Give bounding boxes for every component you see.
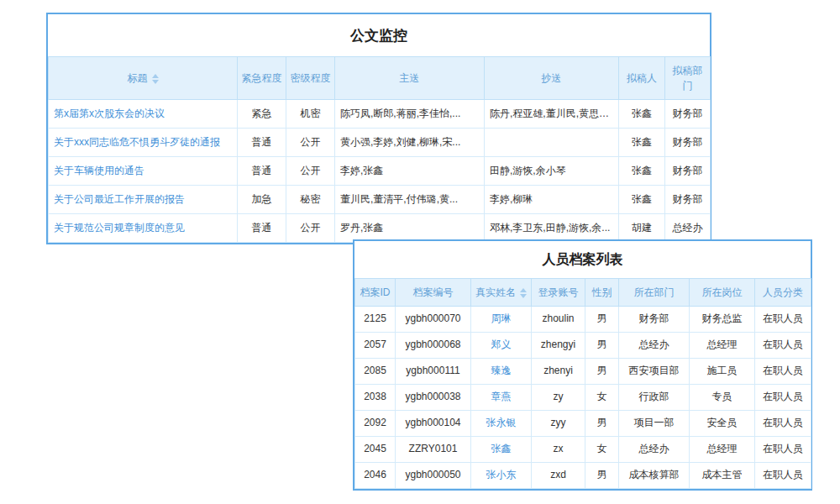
doc-draft-dept-cell: 财务部: [665, 100, 711, 129]
personnel-post-cell: 财务总监: [690, 307, 755, 333]
personnel-name-link[interactable]: 郑义: [471, 333, 532, 359]
doc-drafter-cell: 张鑫: [619, 157, 665, 186]
doc-cc-send-cell: 李婷,柳琳: [485, 186, 619, 214]
personnel-gender-cell: 男: [585, 463, 619, 489]
doc-secrecy-cell: 公开: [286, 214, 335, 243]
personnel-table-row: 2045 ZZRY0101 张鑫 zx 女 总经办 总经理 在职人员: [355, 437, 811, 463]
personnel-name-link[interactable]: 张鑫: [471, 437, 532, 463]
doc-secrecy-cell: 公开: [286, 157, 335, 186]
personnel-code-cell: ZZRY0101: [396, 437, 471, 463]
doc-table-row: 关于公司最近工作开展的报告 加急 秘密 董川民,董清平,付伟璐,黄... 李婷,…: [49, 186, 711, 214]
personnel-gender-cell: 男: [585, 359, 619, 385]
doc-drafter-cell: 张鑫: [619, 100, 665, 129]
doc-header-row: 标题 紧急程度 密级程度 主送 抄送 拟稿人 拟稿部门: [49, 57, 711, 100]
doc-draft-dept-cell: 总经办: [665, 214, 711, 243]
doc-column-header-urgency: 紧急程度: [238, 57, 286, 100]
doc-drafter-cell: 张鑫: [619, 186, 665, 214]
sort-desc-icon[interactable]: [152, 80, 159, 84]
personnel-table-row: 2038 ygbh000038 章燕 zy 女 行政部 专员 在职人员: [355, 385, 811, 411]
doc-urgency-cell: 普通: [238, 157, 286, 186]
doc-main-send-cell: 罗丹,张鑫: [335, 214, 485, 243]
personnel-name-link[interactable]: 章燕: [471, 385, 532, 411]
personnel-table-row: 2125 ygbh000070 周琳 zhoulin 男 财务部 财务总监 在职…: [355, 307, 811, 333]
sort-icon[interactable]: [520, 288, 527, 298]
personnel-post-cell: 安全员: [690, 411, 755, 437]
personnel-column-header-id: 档案ID: [355, 279, 396, 307]
personnel-archive-panel: 人员档案列表 档案ID 档案编号 真实姓名 登录账号 性别 所在部门 所在岗位 …: [353, 239, 812, 491]
personnel-column-header-name-label: 真实姓名: [475, 286, 516, 298]
personnel-gender-cell: 男: [585, 307, 619, 333]
doc-title-link[interactable]: 关于xxx同志临危不惧勇斗歹徒的通报: [49, 129, 238, 157]
personnel-dept-cell: 财务部: [619, 307, 690, 333]
doc-main-send-cell: 黄小强,李婷,刘健,柳琳,宋...: [335, 129, 485, 157]
sort-asc-icon[interactable]: [520, 288, 527, 292]
personnel-account-cell: zxd: [532, 463, 585, 489]
personnel-id-cell: 2092: [355, 411, 396, 437]
personnel-code-cell: ygbh000068: [396, 333, 471, 359]
doc-draft-dept-cell: 财务部: [665, 157, 711, 186]
personnel-name-link[interactable]: 张永银: [471, 411, 532, 437]
personnel-name-link[interactable]: 张小东: [471, 463, 532, 489]
doc-column-header-main-send: 主送: [335, 57, 485, 100]
personnel-post-cell: 总经理: [690, 333, 755, 359]
personnel-code-cell: ygbh000104: [396, 411, 471, 437]
doc-main-send-cell: 陈巧凤,断郎,蒋丽,李佳怡,...: [335, 100, 485, 129]
personnel-account-cell: zy: [532, 385, 585, 411]
doc-column-header-cc-send: 抄送: [485, 57, 619, 100]
personnel-column-header-gender: 性别: [585, 279, 619, 307]
personnel-id-cell: 2085: [355, 359, 396, 385]
personnel-account-cell: zhengyi: [532, 333, 585, 359]
doc-urgency-cell: 普通: [238, 214, 286, 243]
sort-asc-icon[interactable]: [152, 74, 159, 78]
doc-main-send-cell: 李婷,张鑫: [335, 157, 485, 186]
doc-title-link[interactable]: 第x届第x次股东会的决议: [49, 100, 238, 129]
doc-cc-send-cell: 田静,游恢,余小琴: [485, 157, 619, 186]
doc-title-link[interactable]: 关于规范公司规章制度的意见: [49, 214, 238, 243]
document-monitor-table: 标题 紧急程度 密级程度 主送 抄送 拟稿人 拟稿部门 第x届第x次股东会的决议…: [48, 56, 711, 243]
doc-secrecy-cell: 公开: [286, 129, 335, 157]
personnel-header-row: 档案ID 档案编号 真实姓名 登录账号 性别 所在部门 所在岗位 人员分类: [355, 279, 811, 307]
personnel-dept-cell: 成本核算部: [619, 463, 690, 489]
sort-desc-icon[interactable]: [520, 294, 527, 298]
personnel-name-link[interactable]: 臻逸: [471, 359, 532, 385]
personnel-category-cell: 在职人员: [755, 463, 811, 489]
personnel-archive-table: 档案ID 档案编号 真实姓名 登录账号 性别 所在部门 所在岗位 人员分类 21…: [354, 278, 811, 489]
sort-icon[interactable]: [152, 74, 159, 84]
doc-table-row: 关于xxx同志临危不惧勇斗歹徒的通报 普通 公开 黄小强,李婷,刘健,柳琳,宋.…: [49, 129, 711, 157]
doc-drafter-cell: 胡建: [619, 214, 665, 243]
document-monitor-title: 公文监控: [48, 14, 710, 56]
personnel-table-row: 2046 ygbh000050 张小东 zxd 男 成本核算部 成本主管 在职人…: [355, 463, 811, 489]
personnel-archive-title: 人员档案列表: [354, 241, 811, 278]
personnel-table-row: 2057 ygbh000068 郑义 zhengyi 男 总经办 总经理 在职人…: [355, 333, 811, 359]
doc-cc-send-cell: 邓林,李卫东,田静,游恢,余...: [485, 214, 619, 243]
personnel-category-cell: 在职人员: [755, 385, 811, 411]
personnel-post-cell: 总经理: [690, 437, 755, 463]
personnel-dept-cell: 行政部: [619, 385, 690, 411]
doc-title-link[interactable]: 关于车辆使用的通告: [49, 157, 238, 186]
doc-title-link[interactable]: 关于公司最近工作开展的报告: [49, 186, 238, 214]
personnel-dept-cell: 西安项目部: [619, 359, 690, 385]
doc-secrecy-cell: 秘密: [286, 186, 335, 214]
personnel-column-header-category: 人员分类: [755, 279, 811, 307]
personnel-category-cell: 在职人员: [755, 411, 811, 437]
doc-cc-send-cell: 陈丹,程亚雄,董川民,黄思璐...: [485, 100, 619, 129]
personnel-name-link[interactable]: 周琳: [471, 307, 532, 333]
personnel-account-cell: zhoulin: [532, 307, 585, 333]
personnel-code-cell: ygbh000070: [396, 307, 471, 333]
personnel-account-cell: zyy: [532, 411, 585, 437]
personnel-code-cell: ygbh000050: [396, 463, 471, 489]
doc-urgency-cell: 加急: [238, 186, 286, 214]
personnel-table-row: 2085 ygbh000111 臻逸 zhenyi 男 西安项目部 施工员 在职…: [355, 359, 811, 385]
personnel-dept-cell: 项目一部: [619, 411, 690, 437]
personnel-account-cell: zhenyi: [532, 359, 585, 385]
doc-column-header-title[interactable]: 标题: [49, 57, 238, 100]
doc-urgency-cell: 紧急: [238, 100, 286, 129]
personnel-post-cell: 专员: [690, 385, 755, 411]
personnel-category-cell: 在职人员: [755, 333, 811, 359]
personnel-id-cell: 2045: [355, 437, 396, 463]
personnel-column-header-name[interactable]: 真实姓名: [471, 279, 532, 307]
personnel-column-header-account: 登录账号: [532, 279, 585, 307]
doc-urgency-cell: 普通: [238, 129, 286, 157]
personnel-id-cell: 2038: [355, 385, 396, 411]
doc-table-row: 关于规范公司规章制度的意见 普通 公开 罗丹,张鑫 邓林,李卫东,田静,游恢,余…: [49, 214, 711, 243]
